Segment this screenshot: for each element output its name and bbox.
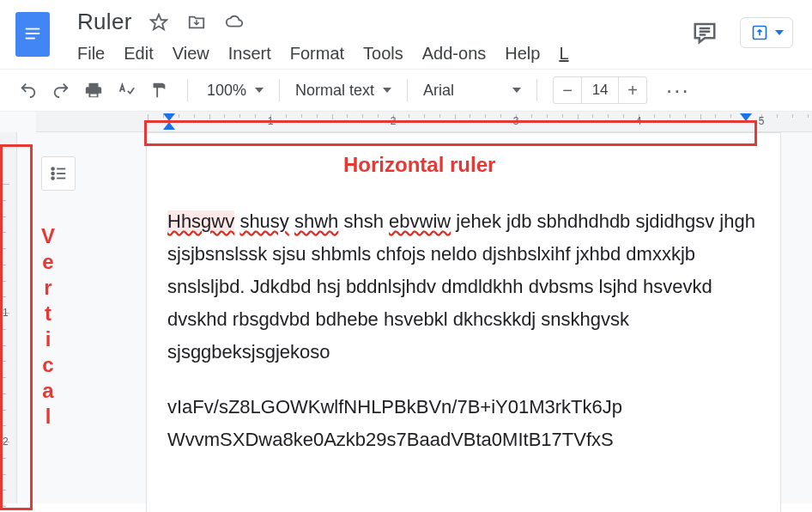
svg-rect-2 bbox=[26, 38, 35, 40]
more-toolbar-button[interactable]: ··· bbox=[666, 77, 690, 104]
menu-addons[interactable]: Add-ons bbox=[422, 44, 487, 64]
toolbar: 100% Normal text Arial − 14 + ··· bbox=[0, 69, 812, 112]
paragraph: vIaFv/sZ8LGOWKwlfNHLPBkBVn/7B+iY01M3rkTk… bbox=[167, 391, 756, 456]
svg-point-8 bbox=[52, 168, 54, 170]
comments-button[interactable] bbox=[690, 18, 719, 47]
chevron-down-icon bbox=[775, 30, 784, 35]
menu-edit[interactable]: Edit bbox=[124, 44, 153, 64]
menu-bar: File Edit View Insert Format Tools Add-o… bbox=[77, 44, 569, 64]
spellcheck-button[interactable] bbox=[113, 77, 139, 103]
chevron-down-icon bbox=[383, 88, 391, 93]
redo-button[interactable] bbox=[48, 77, 74, 103]
menu-file[interactable]: File bbox=[77, 44, 105, 64]
annotation-horizontal-label: Horizontal ruler bbox=[343, 153, 495, 177]
paragraph-style-select[interactable]: Normal text bbox=[295, 82, 391, 100]
document-page[interactable]: Hhsgwv shusy shwh shsh ebvwiw jehek jdb … bbox=[146, 132, 781, 512]
undo-button[interactable] bbox=[15, 77, 41, 103]
title-row: Ruler bbox=[77, 9, 569, 35]
highlighted-word: Hhsgwv bbox=[167, 210, 234, 232]
chevron-down-icon bbox=[255, 88, 264, 93]
menu-insert[interactable]: Insert bbox=[228, 44, 271, 64]
title-area: Ruler File Edit View Insert Format Tools… bbox=[77, 9, 569, 64]
cloud-status-icon[interactable] bbox=[223, 11, 245, 34]
toolbar-separator bbox=[279, 79, 280, 101]
zoom-value: 100% bbox=[207, 82, 246, 100]
annotation-horizontal-box bbox=[144, 120, 757, 146]
font-family-value: Arial bbox=[423, 82, 454, 100]
svg-point-10 bbox=[52, 177, 54, 180]
docs-logo[interactable] bbox=[15, 12, 50, 57]
toolbar-separator bbox=[407, 79, 408, 101]
docs-logo-icon bbox=[22, 25, 43, 44]
paragraph: Hhsgwv shusy shwh shsh ebvwiw jehek jdb … bbox=[167, 205, 756, 369]
font-size-group: − 14 + bbox=[553, 76, 647, 104]
present-button[interactable] bbox=[740, 17, 793, 48]
menu-view[interactable]: View bbox=[173, 44, 209, 64]
ruler-tick-label: 5 bbox=[759, 115, 765, 127]
paragraph-text: jehek jdb sbhdhdhdb sjdidhgsv jhgh sjsjb… bbox=[167, 210, 760, 363]
svg-point-9 bbox=[52, 173, 54, 175]
chevron-down-icon bbox=[512, 88, 521, 93]
star-icon[interactable] bbox=[148, 11, 170, 34]
menu-format[interactable]: Format bbox=[290, 44, 344, 64]
toolbar-separator bbox=[536, 79, 537, 101]
outline-toggle-button[interactable] bbox=[41, 156, 76, 191]
font-size-decrease[interactable]: − bbox=[554, 77, 581, 103]
zoom-select[interactable]: 100% bbox=[207, 82, 264, 100]
font-family-select[interactable]: Arial bbox=[423, 82, 521, 100]
header-bar: Ruler File Edit View Insert Format Tools… bbox=[0, 0, 812, 69]
font-size-input[interactable]: 14 bbox=[581, 77, 619, 103]
print-button[interactable] bbox=[81, 77, 106, 103]
svg-rect-0 bbox=[26, 28, 40, 30]
svg-rect-1 bbox=[26, 33, 40, 34]
font-size-increase[interactable]: + bbox=[619, 77, 646, 103]
paint-format-button[interactable] bbox=[146, 77, 172, 103]
header-actions bbox=[690, 17, 793, 48]
paragraph-style-value: Normal text bbox=[295, 82, 374, 100]
svg-marker-3 bbox=[150, 14, 166, 28]
present-icon bbox=[751, 24, 768, 41]
toolbar-separator bbox=[187, 79, 188, 101]
annotation-vertical-box bbox=[0, 144, 33, 510]
menu-last-edit[interactable]: L bbox=[559, 44, 568, 64]
doc-title[interactable]: Ruler bbox=[77, 9, 132, 35]
menu-help[interactable]: Help bbox=[505, 44, 540, 64]
move-folder-icon[interactable] bbox=[185, 11, 208, 34]
menu-tools[interactable]: Tools bbox=[363, 44, 403, 64]
annotation-vertical-label: V e r t i c a l bbox=[41, 223, 55, 430]
